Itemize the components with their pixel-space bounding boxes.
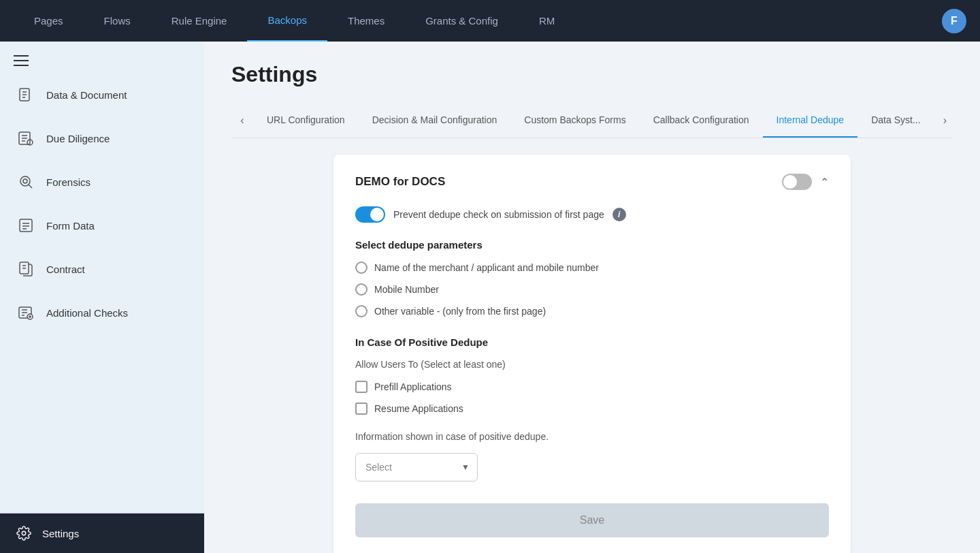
sidebar-label-additional-checks: Additional Checks bbox=[46, 307, 128, 319]
checkbox-label-resume: Resume Applications bbox=[374, 403, 463, 414]
hamburger-icon[interactable] bbox=[0, 42, 204, 73]
avatar[interactable]: F bbox=[942, 9, 966, 33]
svg-rect-2 bbox=[14, 65, 29, 66]
checkbox-group: Prefill Applications Resume Applications bbox=[355, 381, 829, 415]
sidebar-label-data-document: Data & Document bbox=[46, 89, 127, 101]
sidebar-bottom: Settings bbox=[0, 513, 204, 553]
svg-point-12 bbox=[20, 176, 30, 186]
svg-point-14 bbox=[23, 179, 27, 183]
svg-line-13 bbox=[29, 185, 32, 188]
nav-item-backops[interactable]: Backops bbox=[247, 0, 327, 42]
radio-item-mobile[interactable]: Mobile Number bbox=[355, 283, 829, 296]
svg-point-29 bbox=[22, 531, 26, 535]
svg-rect-15 bbox=[20, 219, 32, 232]
checkbox-resume[interactable] bbox=[355, 402, 368, 415]
save-button[interactable]: Save bbox=[355, 503, 829, 537]
collapse-icon[interactable]: ⌃ bbox=[820, 176, 829, 189]
info-select[interactable]: Select bbox=[355, 453, 478, 481]
card-title: DEMO for DOCS bbox=[355, 175, 445, 189]
nav-item-themes[interactable]: Themes bbox=[327, 0, 405, 42]
sidebar-item-settings[interactable]: Settings bbox=[0, 514, 204, 553]
sidebar-item-due-diligence[interactable]: Due Diligence bbox=[0, 116, 204, 160]
tab-prev-arrow[interactable]: ‹ bbox=[231, 110, 253, 131]
card-toggle[interactable] bbox=[782, 174, 812, 190]
sidebar-label-forensics: Forensics bbox=[46, 176, 91, 188]
sidebar: Data & Document Due Diligence bbox=[0, 42, 204, 553]
radio-circle-other bbox=[355, 305, 368, 317]
tab-decision-mail[interactable]: Decision & Mail Configuration bbox=[359, 104, 511, 138]
form-data-icon bbox=[16, 216, 35, 235]
radio-item-name-mobile[interactable]: Name of the merchant / applicant and mob… bbox=[355, 262, 829, 274]
card-header-actions: ⌃ bbox=[782, 174, 829, 190]
sidebar-item-contract[interactable]: Contract bbox=[0, 247, 204, 291]
nav-item-rule-engine[interactable]: Rule Engine bbox=[151, 0, 248, 42]
settings-icon bbox=[16, 526, 31, 541]
nav-item-grants-config[interactable]: Grants & Config bbox=[405, 0, 519, 42]
page-title: Settings bbox=[231, 62, 953, 87]
checkbox-prefill[interactable] bbox=[355, 381, 368, 393]
sidebar-label-due-diligence: Due Diligence bbox=[46, 133, 110, 144]
info-icon[interactable]: i bbox=[612, 208, 626, 221]
radio-circle-mobile bbox=[355, 283, 368, 296]
section2-title: In Case Of Positive Dedupe bbox=[355, 336, 829, 348]
allow-users-label: Allow Users To (Select at least one) bbox=[355, 359, 829, 370]
svg-rect-1 bbox=[14, 60, 29, 61]
content-area: Settings ‹ URL Configuration Decision & … bbox=[204, 42, 980, 553]
section1-title: Select dedupe parameters bbox=[355, 239, 829, 251]
additional-checks-icon bbox=[16, 303, 35, 322]
svg-rect-0 bbox=[14, 55, 29, 57]
sidebar-settings-label: Settings bbox=[42, 528, 79, 539]
tabs-container: ‹ URL Configuration Decision & Mail Conf… bbox=[231, 104, 953, 138]
select-wrapper: Select ▼ bbox=[355, 453, 478, 481]
nav-item-pages[interactable]: Pages bbox=[14, 0, 84, 42]
sidebar-label-contract: Contract bbox=[46, 264, 85, 275]
tab-data-syst[interactable]: Data Syst... bbox=[858, 104, 934, 138]
sidebar-label-form-data: Form Data bbox=[46, 220, 95, 232]
positive-dedupe-info: Information shown in case of positive de… bbox=[355, 431, 829, 442]
tab-internal-dedupe[interactable]: Internal Dedupe bbox=[763, 104, 858, 138]
prevent-dedupe-row: Prevent dedupe check on submission of fi… bbox=[355, 206, 829, 223]
nav-item-rm[interactable]: RM bbox=[519, 0, 575, 42]
radio-circle-name-mobile bbox=[355, 262, 368, 274]
forensics-icon bbox=[16, 172, 35, 191]
sidebar-item-form-data[interactable]: Form Data bbox=[0, 204, 204, 247]
prevent-dedupe-label: Prevent dedupe check on submission of fi… bbox=[393, 209, 604, 220]
tab-next-arrow[interactable]: › bbox=[934, 110, 956, 131]
checkbox-item-resume[interactable]: Resume Applications bbox=[355, 402, 829, 415]
checkbox-label-prefill: Prefill Applications bbox=[374, 381, 452, 392]
radio-label-mobile: Mobile Number bbox=[374, 284, 439, 295]
nav-items: Pages Flows Rule Engine Backops Themes G… bbox=[14, 0, 942, 42]
radio-item-other[interactable]: Other variable - (only from the first pa… bbox=[355, 305, 829, 317]
tab-callback[interactable]: Callback Configuration bbox=[640, 104, 763, 138]
checkbox-item-prefill[interactable]: Prefill Applications bbox=[355, 381, 829, 393]
tab-custom-backops[interactable]: Custom Backops Forms bbox=[510, 104, 639, 138]
card-header: DEMO for DOCS ⌃ bbox=[355, 174, 829, 190]
radio-label-other: Other variable - (only from the first pa… bbox=[374, 306, 546, 317]
top-navigation: Pages Flows Rule Engine Backops Themes G… bbox=[0, 0, 980, 42]
prevent-dedupe-toggle[interactable] bbox=[355, 206, 385, 223]
sidebar-item-forensics[interactable]: Forensics bbox=[0, 160, 204, 204]
radio-label-name-mobile: Name of the merchant / applicant and mob… bbox=[374, 262, 599, 273]
contract-icon bbox=[16, 259, 35, 279]
sidebar-item-data-document[interactable]: Data & Document bbox=[0, 73, 204, 116]
tab-url-config[interactable]: URL Configuration bbox=[253, 104, 359, 138]
main-layout: Data & Document Due Diligence bbox=[0, 42, 980, 553]
due-diligence-icon bbox=[16, 129, 35, 148]
data-document-icon bbox=[16, 85, 35, 104]
nav-item-flows[interactable]: Flows bbox=[84, 0, 151, 42]
radio-group: Name of the merchant / applicant and mob… bbox=[355, 262, 829, 317]
settings-card: DEMO for DOCS ⌃ Prevent dedupe check on … bbox=[333, 155, 851, 553]
sidebar-item-additional-checks[interactable]: Additional Checks bbox=[0, 291, 204, 334]
